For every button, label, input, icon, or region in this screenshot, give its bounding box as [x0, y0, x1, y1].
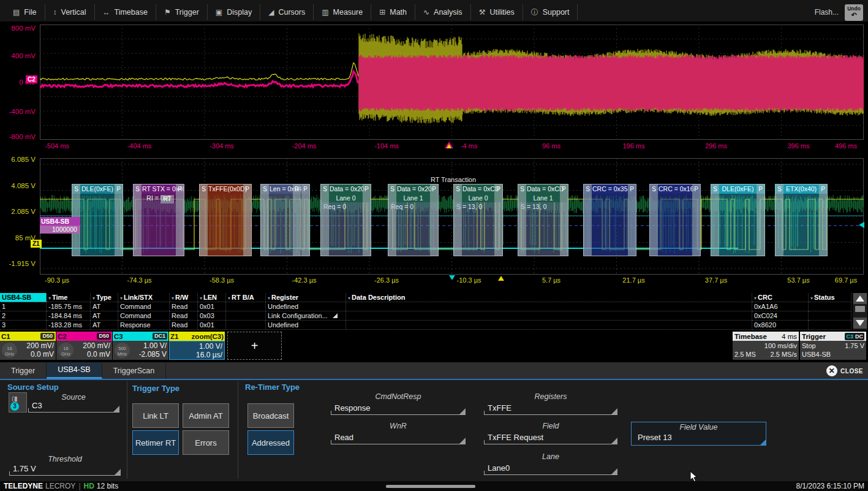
table-row[interactable]: 2-184.84 msATCommandRead0x03Link Configu…	[0, 311, 853, 321]
decode-stop-cap: P	[243, 185, 251, 256]
decode-start-cap: S	[200, 185, 208, 256]
z1-offset-badge[interactable]: Z1	[31, 240, 42, 248]
decode-frame[interactable]: Data = 0xCDLane 1S = 13, 0SP	[518, 184, 568, 256]
channel-descriptor-c2[interactable]: C2D5016GHz200 mV/0.0 mV	[56, 332, 112, 360]
menu-item-utilities[interactable]: ⚒Utilities	[471, 4, 523, 20]
menu-item-timebase[interactable]: ↔Timebase	[95, 4, 156, 20]
hd-badge: HD	[84, 482, 94, 490]
dialog-close-button[interactable]: ✕ CLOSE	[826, 365, 863, 376]
table-header-len[interactable]: ▾LEN	[198, 293, 226, 302]
sort-icon: ▾	[120, 295, 123, 301]
x-axis-label: -42.3 µs	[281, 276, 328, 284]
table-cell: Read	[170, 321, 198, 330]
decode-frame[interactable]: ETX(0x40)SP	[775, 184, 828, 256]
decode-frame[interactable]: Data = 0x20Lane 1Req = 0SP	[388, 184, 439, 256]
menu-item-math[interactable]: ⊞Math	[371, 4, 415, 20]
zoom-descriptor-z1[interactable]: Z1zoom(C3)1.00 V/16.0 µs/	[169, 332, 225, 360]
source-dropdown[interactable]: C3	[28, 400, 119, 413]
trigger-type-errors[interactable]: Errors	[183, 430, 229, 455]
table-header-link-stx[interactable]: ▾Link/STX	[118, 293, 170, 302]
decode-frame[interactable]: Data = 0x20Lane 0Req = 0SP	[320, 184, 371, 256]
table-row[interactable]: 3-183.28 msATResponseRead0x01Undefined0x…	[0, 321, 853, 330]
close-icon: ✕	[826, 365, 837, 376]
scroll-up-button[interactable]	[853, 293, 867, 304]
waveform-panel-analog[interactable]: 800 mV400 mV0 mV-400 mV-800 mV C2	[0, 21, 868, 141]
decode-frame[interactable]: CRC = 0x16SP	[649, 184, 701, 256]
x-axis-label: -4 ms	[446, 142, 492, 150]
table-header-crc[interactable]: ▾CRC	[752, 293, 809, 302]
registers-dropdown[interactable]: TxFFE	[484, 403, 617, 415]
menu-item-support[interactable]: ⓘSupport	[523, 4, 578, 20]
scroll-down-button[interactable]	[853, 318, 867, 329]
wnr-dropdown[interactable]: Read	[331, 432, 466, 444]
table-cell: Command	[118, 311, 170, 321]
source-channel-button[interactable]: (▮ 3	[9, 392, 27, 413]
window-drag-handle[interactable]	[386, 485, 475, 488]
channel-descriptor-c1[interactable]: C1D5016GHz200 mV/0.0 mV	[0, 332, 56, 360]
threshold-label: Threshold	[9, 455, 121, 463]
menu-item-analysis[interactable]: ∿Analysis	[415, 4, 471, 20]
table-header-rt-b-a[interactable]: ▾RT B/A	[226, 293, 266, 302]
add-trace-button[interactable]: +	[227, 332, 282, 360]
scroll-up-icon	[856, 295, 864, 302]
channel-descriptor-c3[interactable]: C3DC1500MHz1.00 V/-2.085 V	[113, 332, 168, 360]
table-header-data-description[interactable]: ▾Data Description	[346, 293, 752, 302]
measure-icon: ▥	[322, 8, 328, 17]
sort-icon: ▾	[200, 295, 202, 301]
menu-item-file[interactable]: ▤File	[5, 4, 45, 20]
decode-frame[interactable]: CRC = 0x35SP	[583, 184, 636, 256]
table-scrollbar[interactable]	[853, 293, 867, 330]
flash-label[interactable]: Flash...	[815, 8, 839, 17]
sort-icon: ▾	[348, 295, 350, 301]
table-cell: -185.75 ms	[47, 302, 91, 311]
expand-icon[interactable]	[333, 313, 338, 318]
table-header-type[interactable]: ▾Type	[91, 293, 118, 302]
decode-frame[interactable]: Len = 0x04SPR	[260, 184, 310, 256]
trigger-level: 1.75 V	[845, 341, 864, 350]
menu-item-display[interactable]: ▣Display	[208, 4, 260, 20]
trigger-type-retimer-rt[interactable]: Retimer RT	[132, 430, 179, 455]
decode-frame[interactable]: TxFFE(0x0D)SP	[199, 184, 252, 256]
retimer-broadcast[interactable]: Broadcast	[247, 403, 294, 428]
support-icon: ⓘ	[531, 7, 538, 18]
decode-frame[interactable]: DLE(0xFE)SP	[711, 184, 765, 256]
undo-button[interactable]: Undo ↶	[845, 4, 863, 21]
table-header-time[interactable]: ▾Time	[47, 293, 91, 302]
table-header-usb4-sb[interactable]: USB4-SB	[0, 293, 47, 302]
threshold-dropdown[interactable]: 1.75 V	[9, 463, 121, 476]
c2-offset-badge[interactable]: C2	[26, 75, 37, 83]
table-header-r-w[interactable]: ▾R/W	[170, 293, 198, 302]
table-cell: 3	[0, 321, 47, 330]
decode-frame[interactable]: RT STX = 0x40RI = 0x0SPRT	[133, 184, 184, 256]
zoom-trigger-marker[interactable]	[498, 276, 504, 281]
table-cell: AT	[91, 321, 118, 330]
cmdnotresp-dropdown[interactable]: Response	[331, 403, 466, 415]
right-edge-marker	[859, 222, 864, 228]
field-value-input[interactable]: Field Value Preset 13	[631, 422, 766, 446]
trigger-descriptor[interactable]: TriggerC3DCStop1.75 VUSB4-SB	[800, 332, 866, 360]
retimer-addressed[interactable]: Addressed	[247, 430, 294, 455]
tab-trigger[interactable]: Trigger	[0, 362, 47, 379]
timebase-descriptor[interactable]: Timebase4 ms 100 ms/div2.5 MS2.5 MS/s	[733, 332, 799, 360]
tab-usb4-sb[interactable]: USB4-SB	[47, 362, 102, 379]
decode-frame[interactable]: Data = 0xCDLane 0S = 13, 0SP	[453, 184, 503, 256]
trigger-type-admin-at[interactable]: Admin AT	[183, 403, 229, 428]
timebase-title: Timebase	[734, 333, 767, 340]
menu-item-vertical[interactable]: ↕Vertical	[45, 4, 95, 20]
field-dropdown[interactable]: TxFFE Request	[484, 432, 617, 444]
menu-item-trigger[interactable]: ⚑Trigger	[156, 4, 208, 20]
trigger-type-link-lt[interactable]: Link LT	[132, 403, 179, 428]
bus-decode-badge[interactable]: USB4-SB 1000000	[40, 217, 80, 234]
menu-item-cursors[interactable]: ◢Cursors	[260, 4, 314, 20]
scrollbar-thumb[interactable]	[855, 306, 865, 312]
table-cell: Link Configuration...	[266, 311, 346, 321]
table-row[interactable]: 1-185.75 msATCommandRead0x01Undefined0xA…	[0, 302, 853, 311]
table-cell: 0x8620	[752, 321, 809, 330]
table-cell: Undefined	[266, 321, 346, 330]
tab-triggerscan[interactable]: TriggerScan	[102, 362, 167, 379]
menu-item-measure[interactable]: ▥Measure	[314, 4, 371, 20]
table-header-status[interactable]: ▾Status	[809, 293, 851, 302]
lane-dropdown[interactable]: Lane0	[484, 463, 617, 475]
table-header-register[interactable]: ▾Register	[266, 293, 346, 302]
waveform-panel-zoom-decode[interactable]: DLE(0xFE)SPRT STX = 0x40RI = 0x0SPRTTxFF…	[0, 153, 868, 275]
